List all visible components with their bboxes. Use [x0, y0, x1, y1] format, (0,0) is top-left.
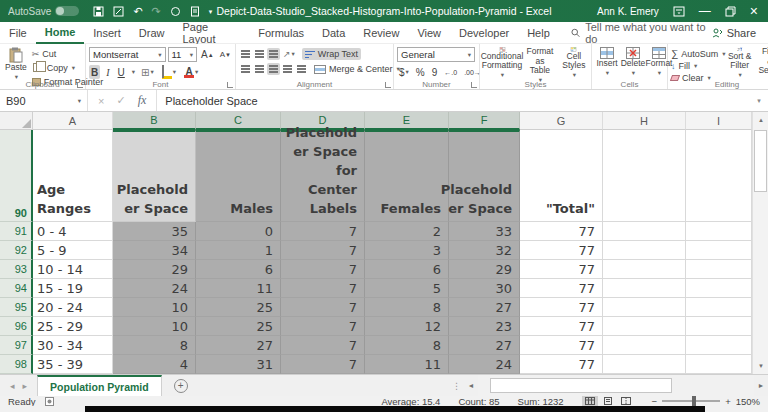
user-name[interactable]: Ann K. Emery — [597, 6, 659, 17]
cell-empty-h[interactable] — [603, 298, 686, 317]
tab-insert[interactable]: Insert — [84, 22, 130, 44]
row-header[interactable]: 92 — [0, 241, 33, 260]
cell-total[interactable]: 77 — [520, 222, 603, 241]
cell-center-labels[interactable]: 7 — [281, 241, 365, 260]
save-icon[interactable] — [93, 6, 104, 17]
cell-empty-i[interactable] — [686, 298, 752, 317]
increase-indent-icon[interactable] — [295, 63, 308, 75]
cell-males[interactable]: 25 — [196, 317, 281, 336]
percent-style-button[interactable]: % — [414, 65, 427, 79]
cell-empty-i[interactable] — [686, 355, 752, 374]
minimize-button[interactable]: — — [699, 5, 711, 17]
align-middle-icon[interactable] — [253, 48, 266, 60]
cell-males[interactable]: 31 — [196, 355, 281, 374]
cell-i90[interactable] — [686, 130, 752, 222]
cell-placeholder-right[interactable]: 23 — [449, 317, 520, 336]
align-top-icon[interactable] — [239, 48, 252, 60]
sort-filter-button[interactable]: AZ Sort & Filter▾ — [725, 46, 754, 79]
zoom-out-icon[interactable]: − — [652, 396, 658, 407]
format-as-table-button[interactable]: Format as Table▾ — [523, 46, 557, 79]
cell-males[interactable]: 6 — [196, 260, 281, 279]
undo-icon[interactable]: ↶ — [133, 6, 142, 17]
cell-placeholder-left[interactable]: 8 — [113, 336, 196, 355]
fill-color-button[interactable]: ▾ — [160, 65, 178, 79]
autosave-toggle[interactable]: AutoSave — [8, 6, 79, 17]
alignment-dialog-launcher-icon[interactable] — [385, 82, 391, 88]
bold-button[interactable]: B — [89, 65, 100, 79]
cell-center-labels[interactable]: 7 — [281, 260, 365, 279]
cell-center-labels[interactable]: 7 — [281, 279, 365, 298]
cancel-entry-icon[interactable]: × — [98, 95, 104, 107]
font-dialog-launcher-icon[interactable] — [227, 82, 233, 88]
delete-cells-button[interactable]: Delete▾ — [621, 46, 645, 79]
cell-empty-i[interactable] — [686, 222, 752, 241]
cell-empty-h[interactable] — [603, 241, 686, 260]
font-size-combo[interactable]: 11▾ — [168, 47, 198, 62]
cell-center-labels[interactable]: 7 — [281, 336, 365, 355]
fill-button[interactable]: ↓Fill▾ — [671, 61, 723, 71]
document-icon[interactable] — [190, 6, 200, 17]
cell-males[interactable]: 27 — [196, 336, 281, 355]
new-sheet-button[interactable]: + — [174, 379, 188, 393]
cell-center-labels[interactable]: 7 — [281, 222, 365, 241]
cell-age-range[interactable]: 15 - 19 — [33, 279, 113, 298]
scroll-up-icon[interactable]: ▲ — [753, 112, 768, 128]
column-header-a[interactable]: A — [33, 112, 113, 130]
align-right-icon[interactable] — [267, 63, 280, 75]
cell-empty-h[interactable] — [603, 260, 686, 279]
touch-mode-icon[interactable] — [170, 6, 181, 17]
cell-placeholder-right[interactable]: 27 — [449, 336, 520, 355]
scroll-down-icon[interactable]: ▼ — [753, 358, 768, 374]
cell-a90[interactable]: Age Ranges — [33, 130, 113, 222]
cell-age-range[interactable]: 10 - 14 — [33, 260, 113, 279]
cell-placeholder-right[interactable]: 30 — [449, 279, 520, 298]
cell-center-labels[interactable]: 7 — [281, 298, 365, 317]
cell-age-range[interactable]: 25 - 29 — [33, 317, 113, 336]
cell-total[interactable]: 77 — [520, 260, 603, 279]
column-header-i[interactable]: I — [686, 112, 752, 130]
vertical-scrollbar-thumb[interactable] — [754, 130, 767, 192]
tab-view[interactable]: View — [408, 22, 450, 44]
cell-age-range[interactable]: 30 - 34 — [33, 336, 113, 355]
cell-placeholder-left[interactable]: 4 — [113, 355, 196, 374]
tab-review[interactable]: Review — [354, 22, 408, 44]
comma-style-button[interactable]: 9 — [430, 65, 440, 79]
row-header-90[interactable]: 90 — [0, 130, 33, 222]
cell-h90[interactable] — [603, 130, 686, 222]
cell-g90[interactable]: "Total" — [520, 130, 603, 222]
cell-females[interactable]: 8 — [365, 298, 449, 317]
insert-function-icon[interactable]: fx — [138, 93, 147, 108]
font-name-combo[interactable]: Montserrat▾ — [89, 47, 166, 62]
expand-formula-bar-icon[interactable]: ▾ — [750, 90, 768, 111]
find-select-button[interactable]: Find & Select▾ — [756, 46, 768, 79]
cell-females[interactable]: 6 — [365, 260, 449, 279]
cell-d90[interactable]: Placehold er Space for Center Labels — [281, 130, 365, 222]
cell-females[interactable]: 12 — [365, 317, 449, 336]
autosum-button[interactable]: ∑AutoSum▾ — [671, 48, 723, 59]
zoom-slider-thumb[interactable] — [692, 396, 696, 406]
tab-formulas[interactable]: Formulas — [249, 22, 313, 44]
close-button[interactable]: × — [750, 5, 758, 17]
macro-record-icon[interactable] — [45, 397, 54, 406]
row-header[interactable]: 96 — [0, 317, 33, 336]
cell-placeholder-left[interactable]: 34 — [113, 241, 196, 260]
cell-age-range[interactable]: 20 - 24 — [33, 298, 113, 317]
merge-center-button[interactable]: Merge & Center▾ — [311, 63, 403, 75]
row-header[interactable]: 94 — [0, 279, 33, 298]
zoom-level[interactable]: 150% — [736, 396, 760, 407]
decrease-indent-icon[interactable] — [281, 63, 294, 75]
row-header[interactable]: 97 — [0, 336, 33, 355]
cell-placeholder-left[interactable]: 29 — [113, 260, 196, 279]
align-center-icon[interactable] — [253, 63, 266, 75]
tab-draw[interactable]: Draw — [130, 22, 174, 44]
cell-females[interactable]: 5 — [365, 279, 449, 298]
insert-cells-button[interactable]: Insert▾ — [595, 46, 619, 79]
cell-placeholder-left[interactable]: 10 — [113, 317, 196, 336]
cell-placeholder-right[interactable]: 24 — [449, 355, 520, 374]
cell-empty-i[interactable] — [686, 279, 752, 298]
cell-placeholder-right[interactable]: 33 — [449, 222, 520, 241]
tell-me-search[interactable]: Tell me what you want to do — [571, 21, 712, 45]
conditional-formatting-button[interactable]: Conditional Formatting▾ — [483, 46, 521, 79]
increase-decimal-button[interactable]: ←.0 — [442, 65, 459, 79]
tab-data[interactable]: Data — [313, 22, 354, 44]
